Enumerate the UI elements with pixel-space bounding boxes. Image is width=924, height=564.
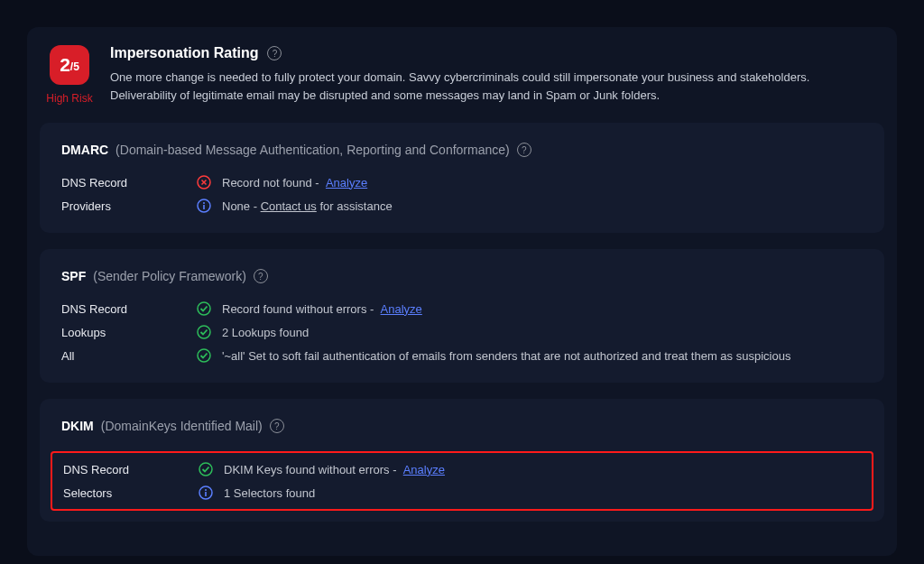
panel-title: Impersonation Rating <box>110 45 258 61</box>
analyze-link[interactable]: Analyze <box>403 463 445 476</box>
analyze-link[interactable]: Analyze <box>381 302 422 316</box>
providers-row: Providers None - Contact us for assistan… <box>61 199 863 213</box>
row-text: DKIM Keys found without errors - <box>224 463 396 476</box>
score-column: 2 /5 High Risk <box>45 45 94 105</box>
section-name: SPF <box>61 269 86 283</box>
section-name: DKIM <box>61 419 94 433</box>
providers-suffix: for assistance <box>317 199 393 213</box>
success-icon <box>197 348 211 363</box>
dns-record-row: DNS Record DKIM Keys found without error… <box>63 462 861 476</box>
row-text: Record found without errors - <box>222 302 374 316</box>
score-denominator: /5 <box>70 60 79 73</box>
row-text: Record not found - <box>222 176 319 190</box>
section-header: SPF (Sender Policy Framework) ? <box>61 269 863 283</box>
row-label: DNS Record <box>63 463 199 476</box>
help-icon[interactable]: ? <box>270 419 284 433</box>
panel-description: One more change is needed to fully prote… <box>110 69 879 104</box>
impersonation-panel: 2 /5 High Risk Impersonation Rating ? On… <box>27 27 897 556</box>
selectors-row: Selectors 1 Selectors found <box>63 485 861 500</box>
section-header: DKIM (DomainKeys Identified Mail) ? <box>61 419 863 433</box>
help-icon[interactable]: ? <box>267 46 282 60</box>
svg-point-9 <box>205 489 207 491</box>
lookups-row: Lookups 2 Lookups found <box>61 325 863 339</box>
section-expansion: (Sender Policy Framework) <box>93 269 246 283</box>
dkim-section: DKIM (DomainKeys Identified Mail) ? DNS … <box>40 399 884 522</box>
dns-record-row: DNS Record Record not found - Analyze <box>61 175 863 190</box>
all-row: All '~all' Set to soft fail authenticati… <box>61 348 863 363</box>
svg-point-2 <box>203 202 205 204</box>
highlighted-annotation: DNS Record DKIM Keys found without error… <box>51 451 873 511</box>
section-expansion: (DomainKeys Identified Mail) <box>101 419 263 433</box>
success-icon <box>197 325 211 339</box>
success-icon <box>199 462 213 476</box>
row-text: '~all' Set to soft fail authentication o… <box>222 349 790 363</box>
section-expansion: (Domain-based Message Authentication, Re… <box>116 143 510 157</box>
row-label: Lookups <box>61 326 197 339</box>
analyze-link[interactable]: Analyze <box>326 176 367 190</box>
info-icon <box>199 485 213 500</box>
row-text: 2 Lookups found <box>222 326 309 339</box>
row-label: Selectors <box>63 486 199 500</box>
svg-rect-10 <box>205 492 207 496</box>
score-value: 2 <box>60 54 70 76</box>
svg-point-6 <box>198 349 210 362</box>
spf-section: SPF (Sender Policy Framework) ? DNS Reco… <box>40 249 884 383</box>
title-row: Impersonation Rating ? <box>110 45 879 61</box>
svg-rect-3 <box>203 205 205 209</box>
dns-record-row: DNS Record Record found without errors -… <box>61 301 863 316</box>
help-icon[interactable]: ? <box>517 143 531 157</box>
panel-header: 2 /5 High Risk Impersonation Rating ? On… <box>27 45 897 123</box>
row-text: 1 Selectors found <box>224 486 315 500</box>
score-badge: 2 /5 <box>50 45 89 85</box>
dmarc-section: DMARC (Domain-based Message Authenticati… <box>40 123 884 233</box>
svg-point-5 <box>198 326 210 338</box>
svg-point-7 <box>199 463 212 476</box>
row-label: DNS Record <box>61 176 197 190</box>
help-icon[interactable]: ? <box>254 269 268 283</box>
risk-label: High Risk <box>46 92 92 105</box>
providers-prefix: None - <box>222 199 261 213</box>
row-label: All <box>61 349 197 363</box>
row-label: Providers <box>61 199 197 213</box>
row-label: DNS Record <box>61 302 197 316</box>
info-icon <box>197 199 211 213</box>
success-icon <box>197 301 211 316</box>
svg-point-4 <box>198 302 210 315</box>
error-icon <box>197 175 211 190</box>
section-header: DMARC (Domain-based Message Authenticati… <box>61 143 863 157</box>
row-text: None - Contact us for assistance <box>222 199 393 213</box>
section-name: DMARC <box>61 143 108 157</box>
contact-link[interactable]: Contact us <box>261 199 317 213</box>
header-text: Impersonation Rating ? One more change i… <box>110 45 879 105</box>
